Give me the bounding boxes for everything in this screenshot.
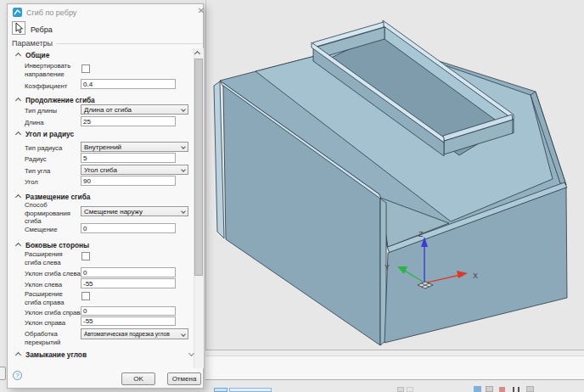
group-header-general[interactable]: Общие — [25, 51, 49, 59]
slope-right-input[interactable] — [81, 316, 176, 326]
collapse-icon[interactable] — [15, 53, 21, 59]
slope-left-input[interactable] — [81, 278, 176, 288]
forming-method-value: Смещение наружу — [84, 208, 143, 216]
bottom-toolbar-tab[interactable] — [229, 388, 272, 392]
prompt-bar — [205, 356, 584, 380]
collapse-icon[interactable] — [15, 243, 21, 249]
extend-left-checkbox[interactable] — [81, 252, 90, 260]
edge-selector-label: Ребра — [31, 25, 53, 34]
length-type-label: Тип длины — [25, 107, 57, 115]
length-type-value: Длина от сгиба — [84, 106, 132, 114]
coefficient-input[interactable] — [81, 79, 176, 89]
angle-label: Угол — [25, 178, 38, 187]
chevron-down-icon — [181, 144, 186, 149]
clipped-side-button[interactable] — [0, 367, 6, 380]
slope-left-label: Уклон слева — [25, 281, 62, 289]
close-icon[interactable]: ✕ — [196, 6, 206, 16]
overlap-handling-label: Обработка перекрытий — [25, 330, 76, 346]
collapse-icon[interactable] — [15, 352, 21, 358]
chevron-down-icon — [181, 107, 186, 112]
group-header-corner-closure[interactable]: Замыкание углов — [25, 350, 87, 359]
bottom-toolbar-icon[interactable] — [486, 386, 493, 392]
group-header-continuation[interactable]: Продолжение сгиба — [25, 96, 95, 104]
slope-right-label: Уклон справа — [25, 319, 65, 328]
slope-bend-right-input[interactable] — [81, 306, 176, 316]
slope-bend-right-label: Уклон сгиба справа — [25, 309, 84, 317]
invert-direction-label: Инвертировать направление — [25, 62, 79, 78]
bottom-toolbar-icon[interactable] — [474, 386, 481, 392]
bottom-toolbar-icon[interactable] — [499, 387, 505, 392]
slope-bend-left-input[interactable] — [81, 267, 176, 277]
collapse-icon[interactable] — [15, 194, 21, 200]
forming-method-label: Способ формирования сгиба — [25, 201, 76, 226]
length-input[interactable] — [81, 116, 176, 126]
forming-method-dropdown[interactable]: Смещение наружу — [81, 206, 188, 216]
bottom-toolbar-icon[interactable] — [513, 387, 514, 392]
bottom-toolbar-icon[interactable] — [397, 387, 404, 392]
group-header-sides[interactable]: Боковые стороны — [25, 241, 89, 249]
length-type-dropdown[interactable]: Длина от сгиба — [81, 104, 188, 115]
ok-button[interactable]: OK — [121, 372, 155, 385]
extend-left-label: Расширения сгиба слева — [25, 250, 79, 266]
coefficient-label: Коэффициент — [25, 82, 67, 91]
radius-type-value: Внутренний — [84, 143, 121, 151]
bottom-toolbar-icon[interactable] — [518, 387, 519, 392]
edge-selector-button[interactable] — [12, 21, 25, 35]
sheet-metal-model: Z X Y — [206, 0, 584, 350]
length-label: Длина — [25, 119, 44, 127]
invert-direction-checkbox[interactable] — [81, 64, 90, 73]
collapse-icon[interactable] — [15, 132, 21, 137]
dialog-title: Сгиб по ребру — [26, 8, 76, 17]
radius-label: Радиус — [25, 155, 47, 164]
collapse-icon[interactable] — [15, 98, 21, 104]
model-left-edge-strip — [214, 81, 224, 238]
angle-type-value: Угол сгиба — [84, 166, 117, 174]
offset-input[interactable] — [81, 223, 176, 233]
y-axis-label: Y — [385, 263, 390, 272]
parameters-caption: Параметры — [12, 39, 53, 48]
z-axis-label: Z — [418, 230, 424, 238]
extend-right-checkbox[interactable] — [81, 292, 90, 300]
bottom-toolbar-active-button[interactable] — [214, 388, 227, 392]
angle-type-dropdown[interactable]: Угол сгиба — [81, 165, 188, 175]
offset-label: Смещение — [25, 226, 57, 234]
bottom-toolbar-icon[interactable] — [407, 387, 413, 392]
bend-on-edge-dialog: Сгиб по ребру ✕ Ребра Параметры Общие Ин… — [7, 3, 204, 389]
scrollbar-thumb[interactable] — [194, 59, 203, 276]
dialog-bend-icon — [13, 8, 22, 17]
3d-viewport[interactable]: Z X Y — [205, 0, 584, 350]
chevron-down-icon — [181, 332, 186, 337]
overlap-handling-value: Автоматическая подрезка углов — [84, 331, 170, 337]
radius-input[interactable] — [81, 153, 176, 163]
chevron-down-icon — [181, 209, 186, 214]
group-header-angle-radius[interactable]: Угол и радиус — [25, 130, 74, 138]
cancel-button[interactable]: Отмена — [167, 372, 201, 385]
group-header-placement[interactable]: Размещение сгиба — [25, 193, 90, 201]
bottom-toolbar-icon[interactable] — [526, 386, 534, 392]
radius-type-dropdown[interactable]: Внутренний — [81, 142, 188, 152]
angle-type-label: Тип угла — [25, 167, 50, 176]
x-axis-label: X — [473, 272, 478, 280]
viewport-lower-strip — [205, 350, 584, 356]
radius-type-label: Тип радиуса — [25, 144, 62, 153]
angle-input[interactable] — [81, 176, 176, 186]
divider — [56, 43, 202, 44]
help-icon[interactable]: ? — [13, 371, 22, 380]
cursor-arrow-icon — [13, 22, 25, 34]
chevron-down-icon — [181, 167, 186, 172]
slope-bend-left-label: Уклон сгиба слева — [25, 270, 81, 278]
extend-right-label: Расширение сгиба справа — [25, 290, 79, 306]
overlap-handling-dropdown[interactable]: Автоматическая подрезка углов — [81, 328, 188, 339]
